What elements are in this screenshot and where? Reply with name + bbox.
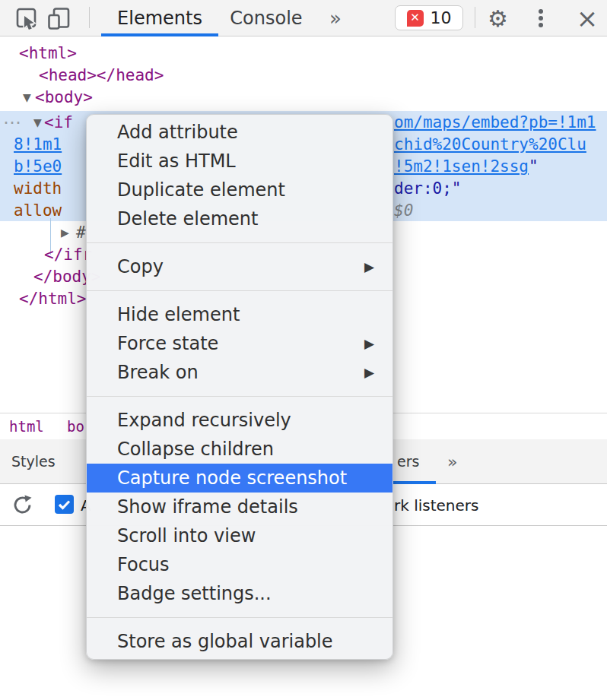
iframe-src-link-fragment[interactable]: om/maps/embed?pb=!1m1	[394, 112, 596, 134]
body-open-tag[interactable]: <body>	[35, 87, 93, 109]
tab-elements-label: Elements	[117, 8, 202, 29]
menu-item-collapse-children[interactable]: Collapse children	[87, 435, 392, 464]
menu-item-show-iframe-details[interactable]: Show iframe details	[87, 493, 392, 521]
menu-separator	[87, 396, 392, 397]
submenu-arrow-icon: ▶	[364, 365, 374, 380]
iframe-allow-attr-fragment: allow	[14, 200, 62, 222]
menu-item-expand-recursively[interactable]: Expand recursively	[87, 406, 392, 435]
menu-item-copy[interactable]: Copy▶	[87, 252, 392, 281]
menu-item-force-state[interactable]: Force state▶	[87, 329, 392, 358]
tab-console[interactable]: Console	[226, 0, 307, 36]
menu-item-focus[interactable]: Focus	[87, 550, 392, 579]
menu-item-break-on[interactable]: Break on▶	[87, 358, 392, 387]
tab-console-label: Console	[230, 8, 302, 29]
tab-elements[interactable]: Elements	[101, 0, 218, 36]
context-menu: Add attribute Edit as HTML Duplicate ele…	[86, 114, 393, 660]
toolbar-divider	[475, 7, 475, 28]
head-node[interactable]: <head></head>	[39, 65, 164, 87]
framework-listeners-label-fragment: rk listeners	[394, 485, 478, 525]
iframe-src-link-fragment[interactable]: 8!1m1	[14, 134, 62, 156]
submenu-arrow-icon: ▶	[364, 259, 374, 274]
iframe-style-value-fragment: der:0;"	[394, 178, 462, 200]
close-devtools-icon[interactable]: ×	[572, 0, 602, 36]
iframe-close-tag-fragment[interactable]: </ifr	[44, 244, 92, 266]
iframe-collapse-arrow-icon[interactable]: ▼	[33, 112, 42, 134]
html-open-tag[interactable]: <html>	[19, 43, 77, 65]
toggle-device-toolbar-icon[interactable]	[47, 7, 70, 30]
checkmark-icon	[55, 495, 74, 514]
tab-styles[interactable]: Styles	[11, 439, 56, 483]
iframe-src-link-fragment[interactable]: !5m2!1sen!2ssg"	[394, 156, 539, 178]
document-node-fragment[interactable]: #	[76, 222, 86, 244]
menu-item-badge-settings[interactable]: Badge settings...	[87, 579, 392, 608]
menu-separator	[87, 242, 392, 243]
tab-event-listeners-fragment[interactable]: ers	[397, 439, 419, 483]
menu-item-delete-element[interactable]: Delete element	[87, 204, 392, 233]
menu-separator	[87, 290, 392, 291]
html-close-tag[interactable]: </html>	[19, 288, 87, 310]
dollar-zero-marker: $0	[394, 200, 413, 222]
devtools-window: Elements Console » ✕ 10 ⚙ × <html> <head…	[0, 0, 607, 700]
menu-separator	[87, 617, 392, 618]
refresh-icon[interactable]	[11, 494, 33, 516]
iframe-width-attr-fragment: width	[14, 178, 62, 200]
error-count-badge[interactable]: ✕ 10	[395, 5, 463, 30]
error-count: 10	[431, 8, 452, 27]
ancestors-checkbox[interactable]	[55, 495, 74, 514]
iframe-open-tag-fragment[interactable]: <if	[44, 112, 73, 134]
error-icon: ✕	[407, 10, 424, 27]
body-collapse-arrow-icon[interactable]: ▼	[23, 87, 31, 109]
menu-item-duplicate-element[interactable]: Duplicate element	[87, 176, 392, 204]
breadcrumb-html[interactable]: html	[9, 413, 44, 439]
document-expand-arrow-icon[interactable]: ▶	[61, 222, 69, 244]
menu-item-add-attribute[interactable]: Add attribute	[87, 118, 392, 147]
inspect-element-icon[interactable]	[15, 7, 38, 30]
menu-item-edit-as-html[interactable]: Edit as HTML	[87, 147, 392, 176]
node-overflow-dots-icon[interactable]: ⋯	[3, 112, 21, 134]
customize-menu-kebab-icon[interactable]	[539, 9, 543, 27]
menu-item-capture-node-screenshot[interactable]: Capture node screenshot	[87, 464, 392, 493]
tab-elements-active-underline	[101, 33, 218, 36]
devtools-toolbar: Elements Console » ✕ 10 ⚙ ×	[0, 0, 607, 36]
settings-gear-icon[interactable]: ⚙	[488, 0, 508, 36]
sidebar-more-tabs-chevron-icon[interactable]: »	[447, 439, 457, 483]
menu-item-store-as-global-variable[interactable]: Store as global variable	[87, 627, 392, 656]
toolbar-divider	[89, 7, 90, 28]
submenu-arrow-icon: ▶	[364, 336, 374, 351]
more-tabs-chevron-icon[interactable]: »	[329, 0, 342, 36]
iframe-src-link-fragment[interactable]: b!5e0	[14, 156, 62, 178]
breadcrumb-body-fragment[interactable]: bo	[67, 413, 84, 439]
menu-item-hide-element[interactable]: Hide element	[87, 300, 392, 329]
iframe-src-link-fragment[interactable]: chid%20Country%20Clu	[394, 134, 586, 156]
menu-item-scroll-into-view[interactable]: Scroll into view	[87, 521, 392, 550]
